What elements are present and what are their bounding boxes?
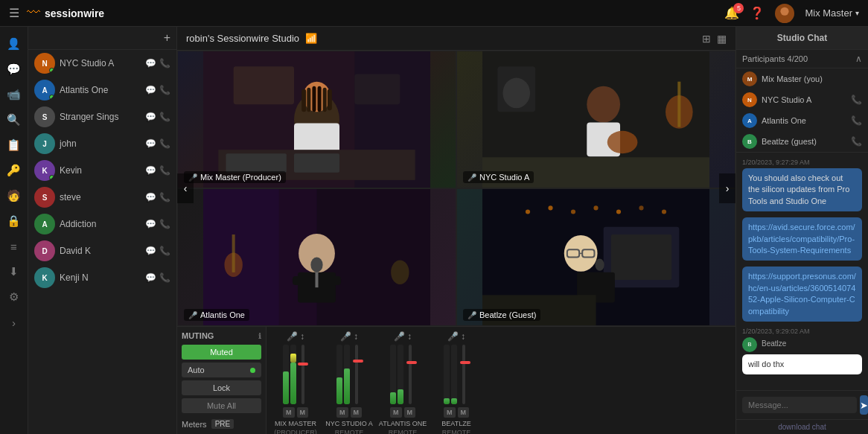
chat-link[interactable]: https://support.presonus.com/hc/en-us/ar… bbox=[742, 267, 862, 322]
mute-sm-button[interactable]: M bbox=[390, 407, 402, 418]
mute-all-button[interactable]: Mute All bbox=[182, 398, 261, 413]
sidebar-icon-settings[interactable]: ⚙ bbox=[3, 286, 25, 308]
chat-icon[interactable]: 💬 bbox=[145, 85, 156, 95]
main-content: robin's Sessionwire Studio 📶 ⊞ ▦ bbox=[177, 27, 735, 434]
sidebar-icon-list[interactable]: ≡ bbox=[3, 235, 25, 258]
mute-sm-button2[interactable]: M bbox=[458, 407, 470, 418]
mic-icon: 🎤 bbox=[188, 311, 197, 319]
contact-item[interactable]: D David K 💬 📞 bbox=[28, 237, 176, 264]
lock-button[interactable]: Lock bbox=[182, 380, 261, 395]
arrows-icon[interactable]: ↕ bbox=[407, 331, 412, 342]
phone-icon[interactable]: 📞 bbox=[159, 112, 170, 122]
contact-item[interactable]: A Atlantis One 💬 📞 bbox=[28, 77, 176, 103]
chat-input[interactable] bbox=[742, 397, 857, 413]
sidebar-icon-arrow[interactable]: › bbox=[3, 311, 25, 334]
participant-phone-icon[interactable]: 📞 bbox=[851, 115, 862, 126]
contact-item[interactable]: K Kenji N 💬 📞 bbox=[28, 264, 176, 291]
mute-sm-button[interactable]: M bbox=[444, 407, 456, 418]
sidebar-icon-notes[interactable]: 📋 bbox=[3, 134, 25, 156]
sidebar-icon-key[interactable]: 🔑 bbox=[3, 159, 25, 182]
fader-knob[interactable] bbox=[353, 360, 363, 363]
contact-item[interactable]: S Stranger Sings 💬 📞 bbox=[28, 103, 176, 130]
fader-knob[interactable] bbox=[298, 363, 308, 366]
mic-channel-icon[interactable]: 🎤 bbox=[340, 331, 351, 342]
arrows-icon[interactable]: ↕ bbox=[300, 331, 304, 342]
contact-name: NYC Studio A bbox=[60, 58, 141, 68]
add-contact-button[interactable]: + bbox=[164, 31, 170, 45]
phone-icon[interactable]: 📞 bbox=[159, 219, 170, 229]
chat-icon[interactable]: 💬 bbox=[145, 112, 156, 122]
contact-item[interactable]: J john 💬 📞 bbox=[28, 130, 176, 157]
sidebar-icon-search[interactable]: 🔍 bbox=[3, 109, 25, 131]
mute-sm-button[interactable]: M bbox=[283, 407, 295, 418]
auto-button[interactable]: Auto bbox=[182, 363, 261, 377]
chat-send-button[interactable]: ➤ bbox=[860, 395, 868, 415]
svg-rect-20 bbox=[677, 82, 680, 127]
svg-rect-47 bbox=[611, 234, 671, 280]
mute-sm-button2[interactable]: M bbox=[404, 407, 416, 418]
svg-rect-5 bbox=[354, 74, 400, 105]
sidebar-icon-chat[interactable]: 💬 bbox=[3, 58, 25, 80]
download-chat-button[interactable]: download chat bbox=[736, 419, 868, 434]
chat-icon[interactable]: 💬 bbox=[145, 138, 156, 149]
muted-button[interactable]: Muted bbox=[182, 345, 261, 360]
chat-link[interactable]: https://avid.secure.force.com/pkb/articl… bbox=[742, 217, 862, 261]
phone-icon[interactable]: 📞 bbox=[159, 246, 170, 256]
chat-icon[interactable]: 💬 bbox=[145, 219, 156, 229]
sidebar-icon-download[interactable]: ⬇ bbox=[3, 261, 25, 283]
contact-icons: 💬 📞 bbox=[145, 138, 170, 149]
chat-icon[interactable]: 💬 bbox=[145, 246, 156, 256]
chat-icon[interactable]: 💬 bbox=[145, 192, 156, 202]
participant-item: M Mix Master (you) bbox=[736, 68, 868, 89]
phone-icon[interactable]: 📞 bbox=[159, 85, 170, 95]
video-next-button[interactable]: › bbox=[719, 173, 735, 203]
sidebar-icon-lock[interactable]: 🔒 bbox=[3, 210, 25, 232]
contact-avatar: S bbox=[34, 187, 55, 208]
fader-knob[interactable] bbox=[460, 361, 470, 364]
help-button[interactable]: ❓ bbox=[750, 6, 765, 20]
grid-icon[interactable]: ⊞ bbox=[702, 33, 711, 45]
sidebar-icon-person[interactable]: 🧑 bbox=[3, 185, 25, 207]
phone-icon[interactable]: 📞 bbox=[159, 272, 170, 283]
phone-icon[interactable]: 📞 bbox=[159, 192, 170, 202]
channel-name: ATLANTIS ONE REMOTE bbox=[379, 420, 427, 434]
video-prev-button[interactable]: ‹ bbox=[177, 173, 194, 203]
sidebar-icon-video[interactable]: 📹 bbox=[3, 83, 25, 106]
phone-icon[interactable]: 📞 bbox=[159, 165, 170, 176]
notif-badge: 5 bbox=[733, 3, 744, 13]
participant-phone-icon[interactable]: 📞 bbox=[851, 136, 862, 147]
hamburger-menu[interactable]: ☰ bbox=[9, 6, 19, 20]
chat-icon[interactable]: 💬 bbox=[145, 272, 156, 283]
mic-channel-icon[interactable]: 🎤 bbox=[394, 331, 405, 342]
svg-point-43 bbox=[616, 209, 621, 214]
svg-rect-31 bbox=[232, 234, 235, 272]
collapse-button[interactable]: ∧ bbox=[855, 54, 862, 64]
contact-item[interactable]: K Kevin 💬 📞 bbox=[28, 157, 176, 184]
mute-sm-button[interactable]: M bbox=[336, 407, 348, 418]
contact-item[interactable]: S steve 💬 📞 bbox=[28, 184, 176, 211]
chat-icon[interactable]: 💬 bbox=[145, 58, 156, 68]
layout-icon[interactable]: ▦ bbox=[717, 33, 727, 45]
video-label-mixmaster: 🎤 Mix Master (Producer) bbox=[184, 171, 286, 183]
contact-name: john bbox=[60, 138, 141, 149]
muting-info-icon[interactable]: ℹ bbox=[258, 332, 261, 340]
mic-channel-icon[interactable]: 🎤 bbox=[287, 331, 298, 342]
mute-sm-button2[interactable]: M bbox=[351, 407, 363, 418]
fader-knob[interactable] bbox=[406, 361, 417, 364]
arrows-icon[interactable]: ↕ bbox=[461, 331, 465, 342]
mute-sm-button2[interactable]: M bbox=[297, 407, 309, 418]
participant-phone-icon[interactable]: 📞 bbox=[851, 95, 862, 105]
contact-item[interactable]: N NYC Studio A 💬 📞 bbox=[28, 50, 176, 77]
contact-item[interactable]: A Addiction 💬 📞 bbox=[28, 211, 176, 237]
svg-point-25 bbox=[607, 131, 638, 154]
arrows-icon[interactable]: ↕ bbox=[354, 331, 358, 342]
mic-channel-icon[interactable]: 🎤 bbox=[447, 331, 459, 342]
sidebar-icon-contacts[interactable]: 👤 bbox=[3, 33, 25, 55]
chat-icon[interactable]: 💬 bbox=[145, 165, 156, 176]
phone-icon[interactable]: 📞 bbox=[159, 58, 170, 68]
user-name[interactable]: Mix Master ▾ bbox=[805, 7, 859, 19]
phone-icon[interactable]: 📞 bbox=[159, 138, 170, 149]
meter-fill bbox=[283, 371, 289, 404]
auto-indicator bbox=[250, 368, 255, 373]
notifications-button[interactable]: 🔔 5 bbox=[724, 6, 739, 20]
